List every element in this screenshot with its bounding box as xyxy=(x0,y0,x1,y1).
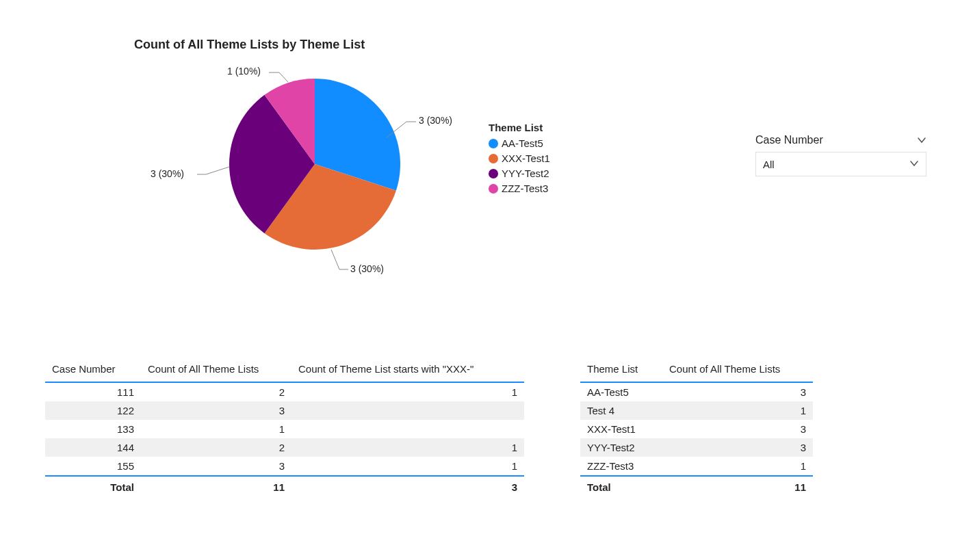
cell-theme: XXX-Test1 xyxy=(580,420,662,438)
col-header[interactable]: Case Number xyxy=(45,359,141,382)
cell-count: 3 xyxy=(662,420,813,438)
cell-theme: ZZZ-Test3 xyxy=(580,457,662,476)
cell-count-xxx: 1 xyxy=(291,382,524,401)
table-row[interactable]: 14421 xyxy=(45,438,524,457)
total-count-xxx: 3 xyxy=(291,476,524,496)
slicer-title: Case Number xyxy=(755,134,823,146)
cell-count-xxx xyxy=(291,401,524,420)
cell-count-all: 2 xyxy=(141,438,291,457)
table-row[interactable]: ZZZ-Test31 xyxy=(580,457,813,476)
cell-count-all: 3 xyxy=(141,401,291,420)
slicer-value: All xyxy=(763,159,775,170)
cell-count: 1 xyxy=(662,457,813,476)
table-row[interactable]: AA-Test53 xyxy=(580,382,813,401)
legend-label: AA-Test5 xyxy=(502,137,543,149)
pie-data-label: 3 (30%) xyxy=(151,168,184,179)
cell-theme: AA-Test5 xyxy=(580,382,662,401)
cell-case: 122 xyxy=(45,401,141,420)
cell-count-xxx: 1 xyxy=(291,438,524,457)
case-number-table[interactable]: Case Number Count of All Theme Lists Cou… xyxy=(45,359,524,496)
table-total-row: Total11 xyxy=(580,476,813,496)
cell-count-all: 2 xyxy=(141,382,291,401)
legend-item[interactable]: ZZZ-Test3 xyxy=(489,183,550,194)
cell-count-all: 1 xyxy=(141,420,291,438)
table-row[interactable]: Test 41 xyxy=(580,401,813,420)
legend-swatch-icon xyxy=(489,139,498,148)
cell-theme: YYY-Test2 xyxy=(580,438,662,457)
cell-case: 144 xyxy=(45,438,141,457)
col-header[interactable]: Theme List xyxy=(580,359,662,382)
legend-swatch-icon xyxy=(489,184,498,194)
total-count-all: 11 xyxy=(141,476,291,496)
chart-legend: Theme List AA-Test5 XXX-Test1 YYY-Test2 … xyxy=(489,122,550,198)
table-row[interactable]: 11121 xyxy=(45,382,524,401)
pie-data-label: 3 (30%) xyxy=(350,263,384,274)
table-total-row: Total113 xyxy=(45,476,524,496)
table-row[interactable]: 1331 xyxy=(45,420,524,438)
legend-title: Theme List xyxy=(489,122,550,133)
legend-swatch-icon xyxy=(489,169,498,178)
table-row[interactable]: 1223 xyxy=(45,401,524,420)
chart-title: Count of All Theme Lists by Theme List xyxy=(134,38,365,52)
chevron-down-icon xyxy=(917,135,926,145)
cell-case: 133 xyxy=(45,420,141,438)
legend-swatch-icon xyxy=(489,154,498,163)
col-header[interactable]: Count of All Theme Lists xyxy=(141,359,291,382)
total-count: 11 xyxy=(662,476,813,496)
total-label: Total xyxy=(580,476,662,496)
cell-case: 111 xyxy=(45,382,141,401)
legend-item[interactable]: XXX-Test1 xyxy=(489,152,550,164)
cell-count-all: 3 xyxy=(141,457,291,476)
cell-theme: Test 4 xyxy=(580,401,662,420)
cell-count: 3 xyxy=(662,438,813,457)
slicer-dropdown[interactable]: All xyxy=(755,152,926,176)
legend-item[interactable]: YYY-Test2 xyxy=(489,168,550,179)
total-label: Total xyxy=(45,476,141,496)
cell-count: 1 xyxy=(662,401,813,420)
cell-case: 155 xyxy=(45,457,141,476)
legend-label: XXX-Test1 xyxy=(502,152,550,164)
legend-label: YYY-Test2 xyxy=(502,168,549,179)
pie-data-label: 1 (10%) xyxy=(227,66,261,77)
case-number-slicer: Case Number All xyxy=(755,134,926,176)
legend-label: ZZZ-Test3 xyxy=(502,183,548,194)
pie-data-label: 3 (30%) xyxy=(419,115,452,126)
slicer-header[interactable]: Case Number xyxy=(755,134,926,146)
col-header[interactable]: Count of Theme List starts with "XXX-" xyxy=(291,359,524,382)
table-row[interactable]: 15531 xyxy=(45,457,524,476)
cell-count: 3 xyxy=(662,382,813,401)
table-row[interactable]: YYY-Test23 xyxy=(580,438,813,457)
table-row[interactable]: XXX-Test13 xyxy=(580,420,813,438)
legend-item[interactable]: AA-Test5 xyxy=(489,137,550,149)
cell-count-xxx: 1 xyxy=(291,457,524,476)
cell-count-xxx xyxy=(291,420,524,438)
chevron-down-icon xyxy=(909,159,919,170)
col-header[interactable]: Count of All Theme Lists xyxy=(662,359,813,382)
theme-list-table[interactable]: Theme List Count of All Theme Lists AA-T… xyxy=(580,359,813,496)
